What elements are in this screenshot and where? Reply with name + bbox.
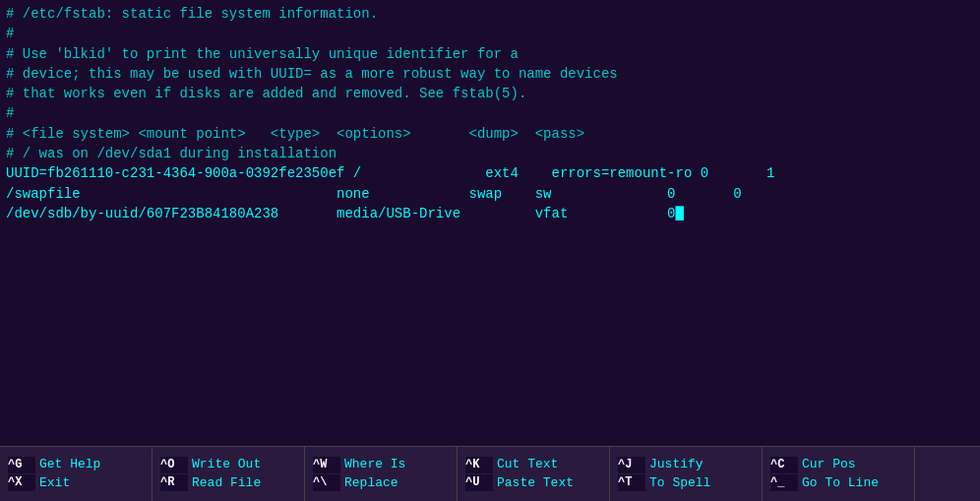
status-label: Get Help: [39, 456, 100, 473]
status-key: ^\: [313, 474, 340, 491]
status-row: ^UPaste Text: [465, 474, 601, 492]
status-group[interactable]: ^OWrite Out^RRead File: [153, 447, 305, 501]
status-group[interactable]: ^KCut Text^UPaste Text: [458, 447, 610, 501]
editor-line: #: [6, 103, 974, 123]
status-key: ^U: [465, 474, 493, 491]
status-key: ^C: [770, 457, 798, 473]
editor-line: /dev/sdb/by-uuid/607F23B84180A238 media/…: [6, 204, 974, 223]
status-key: ^R: [160, 474, 188, 491]
status-key: ^T: [618, 474, 645, 491]
status-row: ^GGet Help: [8, 456, 144, 473]
status-group[interactable]: ^JJustify^TTo Spell: [610, 447, 763, 501]
status-group[interactable]: ^WWhere Is^\Replace: [305, 447, 458, 501]
editor-line: #: [6, 24, 974, 43]
status-label: Write Out: [192, 456, 261, 473]
status-row: ^RRead File: [160, 474, 296, 492]
editor-line: /swapfile none swap sw 0 0: [6, 184, 974, 204]
status-row: ^_Go To Line: [770, 474, 906, 492]
status-key: ^G: [8, 457, 35, 473]
status-label: Exit: [39, 474, 70, 492]
status-label: Justify: [649, 456, 704, 473]
status-key: ^_: [770, 474, 798, 491]
status-group[interactable]: ^GGet Help^XExit: [0, 447, 153, 501]
status-group[interactable]: ^CCur Pos^_Go To Line: [763, 447, 915, 501]
statusbar: ^GGet Help^XExit^OWrite Out^RRead File^W…: [0, 446, 980, 501]
status-label: Where Is: [344, 456, 405, 473]
editor-line: UUID=fb261110-c231-4364-900a-0392fe2350e…: [6, 163, 974, 183]
status-label: To Spell: [649, 474, 710, 492]
status-row: ^OWrite Out: [160, 456, 296, 473]
editor-line: # that works even if disks are added and…: [6, 84, 974, 103]
status-label: Read File: [192, 474, 261, 492]
status-label: Paste Text: [497, 474, 574, 492]
status-row: ^TTo Spell: [618, 474, 754, 492]
status-row: ^CCur Pos: [770, 456, 906, 473]
status-row: ^XExit: [8, 474, 144, 492]
status-row: ^JJustify: [618, 456, 754, 473]
editor-line: # /etc/fstab: static file system informa…: [6, 4, 974, 24]
status-key: ^X: [8, 474, 35, 491]
editor-line: # / was on /dev/sda1 during installation: [6, 144, 974, 163]
status-key: ^J: [618, 457, 645, 473]
status-row: ^KCut Text: [465, 456, 601, 473]
status-key: ^K: [465, 457, 493, 473]
editor-line: # Use 'blkid' to print the universally u…: [6, 44, 974, 64]
editor-line: # <file system> <mount point> <type> <op…: [6, 124, 974, 144]
status-row: ^\Replace: [313, 474, 449, 492]
status-label: Cur Pos: [802, 456, 856, 473]
status-label: Replace: [344, 474, 398, 492]
status-key: ^W: [313, 457, 340, 473]
status-label: Cut Text: [497, 456, 558, 473]
editor-area[interactable]: # /etc/fstab: static file system informa…: [0, 0, 980, 446]
status-label: Go To Line: [802, 474, 879, 492]
status-key: ^O: [160, 457, 188, 473]
status-row: ^WWhere Is: [313, 456, 449, 473]
editor-line: # device; this may be used with UUID= as…: [6, 64, 974, 84]
